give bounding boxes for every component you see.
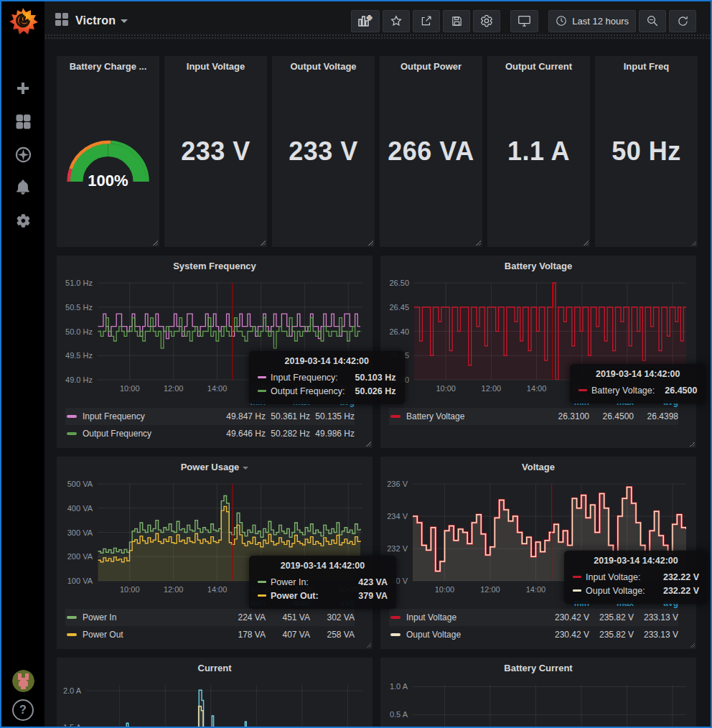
panel-title[interactable]: Battery Charge ... xyxy=(57,61,159,72)
magnifier-minus-icon xyxy=(646,14,659,27)
chevron-down-icon xyxy=(121,19,128,23)
svg-text:26.50: 26.50 xyxy=(389,279,409,287)
stat-value: 233 V xyxy=(272,56,375,247)
panel-resize-handle[interactable] xyxy=(261,241,266,246)
legend-sort-max[interactable]: max xyxy=(589,397,634,408)
svg-text:400 VA: 400 VA xyxy=(67,504,93,513)
series-label[interactable]: Power Out xyxy=(83,630,221,640)
panel-title[interactable]: Input Freq xyxy=(595,61,698,72)
sidebar-item-configuration[interactable] xyxy=(1,204,44,237)
series-label[interactable]: Output Frequency xyxy=(83,429,221,439)
user-avatar[interactable] xyxy=(12,670,34,692)
dashboard-grid: Battery Charge ... 100% Input Voltage 23… xyxy=(44,40,711,727)
dashboard-settings-button[interactable] xyxy=(473,10,500,32)
legend-sort-max[interactable]: max xyxy=(266,598,310,609)
legend-row: Power Out178 VA407 VA258 VA xyxy=(65,626,355,643)
svg-text:26.35: 26.35 xyxy=(389,351,409,360)
svg-text:300 VA: 300 VA xyxy=(67,528,93,537)
panel-resize-handle[interactable] xyxy=(690,442,695,447)
panel-battery-voltage: 10:0012:0014:0016:0018:0020:0026.5026.45… xyxy=(380,256,696,448)
series-color-marker[interactable] xyxy=(390,415,400,418)
svg-text:49.5 Hz: 49.5 Hz xyxy=(65,351,93,360)
series-label[interactable]: Power In xyxy=(83,612,221,622)
panel-resize-handle[interactable] xyxy=(366,643,371,648)
dashboard-title-dropdown[interactable]: Victron xyxy=(75,14,128,27)
svg-text:26.30: 26.30 xyxy=(389,375,409,384)
sidebar-item-explore[interactable] xyxy=(1,138,44,171)
panel-title[interactable]: Battery Voltage xyxy=(380,261,696,271)
series-label[interactable]: Input Frequency xyxy=(83,411,221,421)
panel-resize-handle[interactable] xyxy=(368,241,373,246)
legend-sort-min[interactable]: min xyxy=(545,598,589,609)
panel-title[interactable]: System Frequency xyxy=(57,261,373,271)
help-button[interactable]: ? xyxy=(12,699,34,721)
panel-menu-caret-icon[interactable] xyxy=(243,467,248,470)
sidebar-bottom: ? xyxy=(1,670,44,721)
time-range-picker[interactable]: Last 12 hours xyxy=(548,10,636,32)
svg-text:200 VA: 200 VA xyxy=(67,552,93,561)
avatar-image xyxy=(12,670,34,692)
legend-value: 50.135 Hz xyxy=(310,411,355,421)
svg-text:50.0 Hz: 50.0 Hz xyxy=(65,327,93,336)
star-icon xyxy=(390,14,403,27)
series-color-marker[interactable] xyxy=(390,633,400,636)
legend-value: 50.282 Hz xyxy=(266,429,310,439)
panel-title[interactable]: Voltage xyxy=(380,462,696,472)
panel-title[interactable]: Output Power xyxy=(380,61,482,72)
svg-text:50.5 Hz: 50.5 Hz xyxy=(65,303,93,312)
legend-sort-min[interactable]: min xyxy=(221,598,266,609)
grafana-logo[interactable] xyxy=(1,1,44,42)
sidebar-item-dashboards[interactable] xyxy=(1,105,44,138)
panel-voltage: 10:0012:0014:0016:0018:0020:00236 V234 V… xyxy=(380,457,696,649)
zoom-out-time-button[interactable] xyxy=(639,10,666,32)
series-color-marker[interactable] xyxy=(67,616,77,619)
panel-title[interactable]: Current xyxy=(57,663,373,673)
series-label[interactable]: Input Voltage xyxy=(406,612,545,622)
panel-title[interactable]: Power Usage xyxy=(57,462,373,472)
legend-sort-max[interactable]: max xyxy=(266,397,310,408)
series-color-marker[interactable] xyxy=(67,633,77,636)
legend-sort-avg[interactable]: avg xyxy=(634,598,678,609)
sidebar-item-create[interactable] xyxy=(1,72,44,105)
legend-sort-avg[interactable]: avg xyxy=(310,598,355,609)
series-label[interactable]: Battery Voltage xyxy=(406,411,545,421)
panel-resize-handle[interactable] xyxy=(584,241,589,246)
legend-sort-max[interactable]: max xyxy=(589,598,634,609)
bell-icon xyxy=(16,179,30,195)
legend-value: 49.646 Hz xyxy=(221,429,266,439)
panel-resize-handle[interactable] xyxy=(476,241,481,246)
cycle-view-mode-button[interactable] xyxy=(510,10,538,32)
svg-text:230 V: 230 V xyxy=(387,577,408,585)
svg-text:12:00: 12:00 xyxy=(164,384,184,393)
panel-resize-handle[interactable] xyxy=(690,643,695,648)
navbar-toolbar: Last 12 hours xyxy=(348,10,696,32)
legend-sort-min[interactable]: min xyxy=(221,397,266,408)
series-color-marker[interactable] xyxy=(390,616,400,619)
legend-sort-avg[interactable]: avg xyxy=(310,397,355,408)
panel-title[interactable]: Battery Current xyxy=(380,663,696,673)
legend-value: 50.361 Hz xyxy=(266,411,310,421)
legend-sort-min[interactable]: min xyxy=(545,397,589,408)
series-color-marker[interactable] xyxy=(67,432,77,435)
share-dashboard-button[interactable] xyxy=(413,10,440,32)
legend-sort-avg[interactable]: avg xyxy=(634,397,678,408)
sidebar-item-alerting[interactable] xyxy=(1,171,44,204)
legend: minmaxavgPower In224 VA451 VA302 VAPower… xyxy=(65,598,355,643)
series-color-marker[interactable] xyxy=(67,415,77,418)
gear-icon xyxy=(480,14,493,27)
star-dashboard-button[interactable] xyxy=(383,10,410,32)
legend-header: minmaxavg xyxy=(65,397,355,408)
panel-resize-handle[interactable] xyxy=(153,241,158,246)
series-label[interactable]: Ouput Voltage xyxy=(406,630,545,640)
save-dashboard-button[interactable] xyxy=(443,10,470,32)
panel-title[interactable]: Output Current xyxy=(487,61,590,72)
panel-title[interactable]: Output Voltage xyxy=(272,61,375,72)
legend-value: 235.82 V xyxy=(589,630,634,640)
panel-resize-handle[interactable] xyxy=(366,442,371,447)
panel-resize-handle[interactable] xyxy=(691,241,696,246)
refresh-button[interactable] xyxy=(669,10,696,32)
stat-value: 266 VA xyxy=(380,56,482,247)
panel-title[interactable]: Input Voltage xyxy=(164,61,267,72)
svg-text:20:00: 20:00 xyxy=(662,585,683,594)
add-panel-button[interactable] xyxy=(351,10,380,32)
